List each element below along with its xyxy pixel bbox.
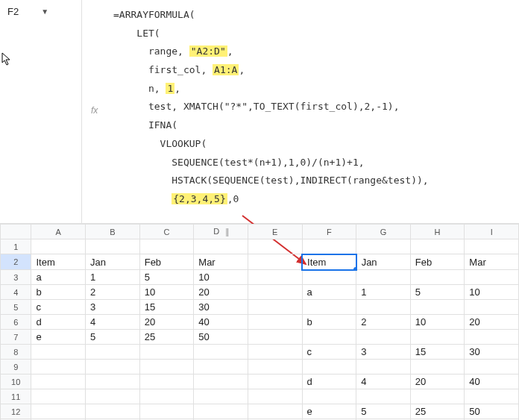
cell[interactable]: b bbox=[302, 315, 356, 330]
cell[interactable] bbox=[139, 374, 194, 389]
cell[interactable]: 10 bbox=[139, 285, 194, 300]
cell[interactable]: 20 bbox=[194, 285, 248, 300]
cell[interactable] bbox=[248, 300, 302, 315]
cell[interactable] bbox=[410, 270, 465, 285]
cell[interactable] bbox=[248, 285, 302, 300]
row-header-7[interactable]: 7 bbox=[1, 330, 31, 345]
cell[interactable] bbox=[410, 300, 465, 315]
cell[interactable] bbox=[302, 389, 356, 404]
cell[interactable]: 40 bbox=[465, 374, 519, 389]
cell[interactable] bbox=[248, 360, 302, 374]
cell[interactable] bbox=[465, 330, 519, 345]
cell[interactable] bbox=[302, 330, 356, 345]
cell[interactable] bbox=[410, 360, 465, 374]
cell[interactable]: e bbox=[302, 404, 356, 419]
cell[interactable] bbox=[194, 345, 248, 360]
cell[interactable]: 15 bbox=[410, 345, 465, 360]
corner-cell[interactable] bbox=[1, 225, 31, 239]
cell[interactable]: 20 bbox=[410, 374, 465, 389]
cell[interactable] bbox=[31, 345, 86, 360]
cell[interactable] bbox=[248, 345, 302, 360]
cell[interactable]: a bbox=[31, 270, 86, 285]
cell[interactable]: 40 bbox=[194, 315, 248, 330]
cell[interactable]: 30 bbox=[194, 300, 248, 315]
cell[interactable] bbox=[86, 239, 140, 254]
cell[interactable]: 1 bbox=[86, 270, 140, 285]
cell[interactable] bbox=[139, 360, 194, 374]
cell[interactable] bbox=[86, 345, 140, 360]
row-header-1[interactable]: 1 bbox=[1, 239, 31, 254]
cell[interactable]: 5 bbox=[356, 404, 411, 419]
cell[interactable]: 10 bbox=[465, 285, 519, 300]
cell[interactable] bbox=[86, 374, 140, 389]
cell[interactable] bbox=[356, 389, 411, 404]
cell[interactable] bbox=[410, 330, 465, 345]
cell[interactable] bbox=[410, 389, 465, 404]
row-header-5[interactable]: 5 bbox=[1, 300, 31, 315]
cell[interactable]: 30 bbox=[465, 345, 519, 360]
cell[interactable] bbox=[302, 239, 356, 254]
cell[interactable] bbox=[31, 360, 86, 374]
column-header-h[interactable]: H bbox=[410, 225, 465, 239]
cell[interactable]: Feb bbox=[139, 254, 194, 270]
cell[interactable] bbox=[465, 389, 519, 404]
cell[interactable] bbox=[86, 360, 140, 374]
column-header-c[interactable]: C bbox=[139, 225, 194, 239]
cell[interactable] bbox=[410, 239, 465, 254]
cell[interactable] bbox=[248, 254, 302, 270]
cell[interactable]: 20 bbox=[465, 315, 519, 330]
cell[interactable]: 3 bbox=[356, 345, 411, 360]
cell[interactable]: 5 bbox=[410, 285, 465, 300]
cell[interactable]: 4 bbox=[356, 374, 411, 389]
cell[interactable] bbox=[248, 389, 302, 404]
row-header-12[interactable]: 12 bbox=[1, 404, 31, 419]
cell[interactable]: Item bbox=[31, 254, 86, 270]
row-header-10[interactable]: 10 bbox=[1, 374, 31, 389]
cell[interactable]: Item bbox=[302, 254, 356, 270]
cell[interactable] bbox=[356, 300, 411, 315]
cell[interactable]: c bbox=[302, 345, 356, 360]
cell[interactable]: 5 bbox=[86, 330, 140, 345]
cell[interactable] bbox=[139, 404, 194, 419]
cell[interactable]: b bbox=[31, 285, 86, 300]
cell[interactable] bbox=[31, 404, 86, 419]
cell[interactable]: Jan bbox=[356, 254, 411, 270]
cell[interactable] bbox=[356, 330, 411, 345]
cell[interactable] bbox=[465, 270, 519, 285]
cell[interactable]: c bbox=[31, 300, 86, 315]
column-header-f[interactable]: F bbox=[302, 225, 356, 239]
spreadsheet-grid[interactable]: ABCD‖EFGHI 12ItemJanFebMarItemJanFebMar3… bbox=[0, 224, 519, 420]
name-box[interactable]: F2 ▼ bbox=[7, 6, 48, 17]
cell[interactable] bbox=[31, 239, 86, 254]
row-header-3[interactable]: 3 bbox=[1, 270, 31, 285]
cell[interactable] bbox=[302, 270, 356, 285]
formula-text[interactable]: =ARRAYFORMULA( LET( range, "A2:D", first… bbox=[113, 6, 519, 214]
cell[interactable] bbox=[139, 345, 194, 360]
cell[interactable] bbox=[139, 389, 194, 404]
cell[interactable] bbox=[356, 360, 411, 374]
cell[interactable]: a bbox=[302, 285, 356, 300]
cell[interactable]: 3 bbox=[86, 300, 140, 315]
cell[interactable] bbox=[86, 389, 140, 404]
cell[interactable] bbox=[194, 404, 248, 419]
column-header-b[interactable]: B bbox=[86, 225, 140, 239]
cell[interactable] bbox=[356, 270, 411, 285]
chevron-down-icon[interactable]: ▼ bbox=[41, 7, 48, 16]
cell[interactable]: 5 bbox=[139, 270, 194, 285]
cell[interactable]: 2 bbox=[356, 315, 411, 330]
cell[interactable]: Mar bbox=[194, 254, 248, 270]
row-header-9[interactable]: 9 bbox=[1, 360, 31, 374]
cell[interactable]: Mar bbox=[465, 254, 519, 270]
column-resize-icon[interactable]: ‖ bbox=[225, 227, 228, 236]
cell[interactable]: Feb bbox=[410, 254, 465, 270]
cell[interactable] bbox=[248, 374, 302, 389]
cell[interactable]: Jan bbox=[86, 254, 140, 270]
cell[interactable] bbox=[194, 360, 248, 374]
cell[interactable] bbox=[194, 389, 248, 404]
cell[interactable]: 10 bbox=[410, 315, 465, 330]
cell[interactable]: 25 bbox=[410, 404, 465, 419]
cell[interactable] bbox=[465, 300, 519, 315]
cell[interactable] bbox=[465, 239, 519, 254]
cell[interactable] bbox=[302, 360, 356, 374]
cell[interactable]: 25 bbox=[139, 330, 194, 345]
